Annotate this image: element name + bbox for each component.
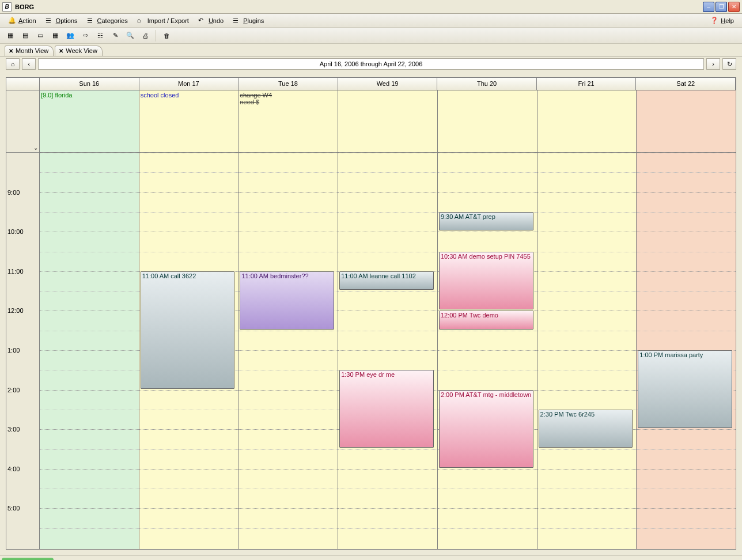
calendar-header: Sun 16 Mon 17 Tue 18 Wed 19 Thu 20 Fri 2… <box>6 78 736 90</box>
close-icon[interactable]: ✕ <box>59 48 63 54</box>
nav-home-button[interactable]: ⌂ <box>6 58 20 70</box>
home-icon: ⌂ <box>137 17 145 25</box>
taskbar <box>0 555 742 560</box>
toolbar-tasks[interactable]: ☷ <box>93 29 107 42</box>
start-button[interactable] <box>2 558 54 560</box>
day-header-tue[interactable]: Tue 18 <box>238 78 338 90</box>
nav-refresh-button[interactable]: ↻ <box>722 58 736 70</box>
undo-icon: ↶ <box>198 17 206 25</box>
menu-import-export-label: Import / Export <box>147 17 189 24</box>
allday-event[interactable]: change W4 <box>240 92 336 99</box>
calendar-event[interactable]: 11:00 AM bedminster?? <box>240 271 334 330</box>
hour-label: 10:00 <box>7 228 24 235</box>
menu-help[interactable]: ❓ Help <box>706 15 739 27</box>
menu-categories[interactable]: ☰ Categories <box>82 15 132 27</box>
tab-week-view[interactable]: ✕ Week View <box>55 46 103 56</box>
toolbar-month-view[interactable]: ▦ <box>3 29 17 42</box>
hour-label: 9:00 <box>7 189 20 196</box>
menu-action[interactable]: 🔔 Action <box>3 15 41 27</box>
menu-options[interactable]: ☰ Options <box>41 15 82 27</box>
menu-plugins[interactable]: ☰ Plugins <box>228 15 268 27</box>
allday-cell-sun[interactable]: [9.0] florida <box>40 90 139 153</box>
memo-icon: ✎ <box>113 32 118 39</box>
allday-cell-sat[interactable] <box>637 90 736 153</box>
allday-row: ⌄ [9.0] florida school closed change W4n… <box>6 90 736 153</box>
day-header-thu[interactable]: Thu 20 <box>437 78 537 90</box>
toolbar-delete[interactable]: 🗑 <box>160 29 173 42</box>
allday-cell-thu[interactable] <box>438 90 537 153</box>
day-column-fri[interactable]: 2:30 PM Twc 6r245 <box>537 153 637 549</box>
calendar-event[interactable]: 11:00 AM call 3622 <box>141 271 235 389</box>
list-icon: ☰ <box>46 17 54 25</box>
toolbar: ▦ ▤ ▭ ▦ 👥 ⇨ ☷ ✎ 🔍 🖨 🗑 <box>0 28 742 44</box>
year-icon: ▦ <box>52 32 58 39</box>
day-header-sat[interactable]: Sat 22 <box>636 78 736 90</box>
view-tabs: ✕ Month View ✕ Week View <box>0 44 742 56</box>
calendar-grid: 9:0010:0011:0012:001:002:003:004:005:00 … <box>6 153 736 549</box>
menu-import-export[interactable]: ⌂ Import / Export <box>132 15 194 27</box>
calendar-event[interactable]: 2:30 PM Twc 6r245 <box>539 410 633 448</box>
day-column-tue[interactable]: 11:00 AM bedminster?? <box>238 153 338 549</box>
toolbar-year-view[interactable]: ▦ <box>48 29 62 42</box>
export-icon: ⇨ <box>83 32 88 39</box>
allday-expand[interactable]: ⌄ <box>6 90 40 153</box>
calendar-event[interactable]: 9:30 AM AT&T prep <box>439 212 533 230</box>
calendar-event[interactable]: 1:30 PM eye dr me <box>339 370 434 448</box>
allday-event[interactable]: school closed <box>141 92 237 99</box>
day-header-mon[interactable]: Mon 17 <box>139 78 239 90</box>
nav-prev-button[interactable]: ‹ <box>22 58 36 70</box>
day-header-sun[interactable]: Sun 16 <box>40 78 139 90</box>
bell-icon: 🔔 <box>8 17 16 25</box>
list-icon: ☰ <box>87 17 95 25</box>
calendar-event[interactable]: 1:00 PM marissa party <box>638 350 732 428</box>
day-column-mon[interactable]: 11:00 AM call 3622 <box>139 153 239 549</box>
date-range-label: April 16, 2006 through April 22, 2006 <box>38 58 704 70</box>
toolbar-search[interactable]: 🔍 <box>123 29 137 42</box>
minimize-button[interactable]: – <box>703 2 714 12</box>
app-icon: B <box>2 2 12 12</box>
calendar-event[interactable]: 11:00 AM leanne call 1102 <box>339 271 434 290</box>
search-icon: 🔍 <box>126 32 134 39</box>
day-header-fri[interactable]: Fri 21 <box>537 78 637 90</box>
calendar-event[interactable]: 2:00 PM AT&T mtg - middletown <box>439 390 533 468</box>
allday-cell-tue[interactable]: change W4need $ <box>238 90 338 153</box>
grid-icon: ▦ <box>7 32 13 39</box>
day-column-thu[interactable]: 9:30 AM AT&T prep10:30 AM demo setup PIN… <box>438 153 537 549</box>
time-labels: 9:0010:0011:0012:001:002:003:004:005:00 <box>6 153 40 549</box>
toolbar-week-view[interactable]: ▤ <box>18 29 32 42</box>
toolbar-memo[interactable]: ✎ <box>108 29 122 42</box>
trash-icon: 🗑 <box>164 32 170 39</box>
home-icon: ⌂ <box>11 60 15 67</box>
close-icon[interactable]: ✕ <box>9 48 13 54</box>
day-header-wed[interactable]: Wed 19 <box>338 78 438 90</box>
menu-undo[interactable]: ↶ Undo <box>194 15 228 27</box>
menu-categories-label: ategories <box>101 17 127 24</box>
hour-label: 4:00 <box>7 466 20 472</box>
toolbar-print[interactable]: 🖨 <box>138 29 152 42</box>
day-column-sun[interactable] <box>40 153 139 549</box>
hour-label: 3:00 <box>7 426 20 433</box>
calendar-event[interactable]: 12:00 PM Twc demo <box>439 311 533 329</box>
tasks-icon: ☷ <box>97 32 103 39</box>
list-icon: ☰ <box>233 17 241 25</box>
allday-event[interactable]: need $ <box>240 99 336 105</box>
time-column-header <box>6 78 40 90</box>
chevron-left-icon: ‹ <box>28 60 30 67</box>
maximize-button[interactable]: ❐ <box>716 2 727 12</box>
tab-month-view[interactable]: ✕ Month View <box>5 46 54 56</box>
toolbar-address-book[interactable]: 👥 <box>63 29 77 42</box>
day-icon: ▭ <box>37 32 43 39</box>
toolbar-day-view[interactable]: ▭ <box>33 29 47 42</box>
day-column-sat[interactable]: 1:00 PM marissa party <box>637 153 736 549</box>
toolbar-export[interactable]: ⇨ <box>78 29 92 42</box>
allday-cell-mon[interactable]: school closed <box>139 90 239 153</box>
tab-month-label: Month View <box>16 47 48 54</box>
allday-cell-fri[interactable] <box>537 90 637 153</box>
nav-next-button[interactable]: › <box>706 58 720 70</box>
week-icon: ▤ <box>22 32 28 39</box>
calendar-event[interactable]: 10:30 AM demo setup PIN 7455 <box>439 252 533 310</box>
allday-cell-wed[interactable] <box>338 90 438 153</box>
day-column-wed[interactable]: 11:00 AM leanne call 11021:30 PM eye dr … <box>338 153 438 549</box>
close-button[interactable]: ✕ <box>728 2 740 12</box>
allday-event[interactable]: [9.0] florida <box>41 92 138 99</box>
